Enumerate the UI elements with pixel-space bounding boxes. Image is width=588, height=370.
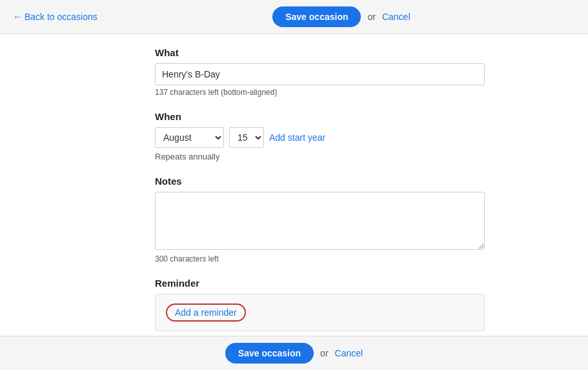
when-row: JanuaryFebruaryMarchAprilMayJuneJulyAugu… xyxy=(155,127,485,148)
add-start-year-link[interactable]: Add start year xyxy=(269,132,325,143)
when-section: When JanuaryFebruaryMarchAprilMayJuneJul… xyxy=(155,111,485,161)
repeats-text: Repeats annually xyxy=(155,152,485,161)
reminder-label: Reminder xyxy=(155,278,485,289)
notes-textarea[interactable] xyxy=(155,192,485,250)
notes-char-count: 300 characters left xyxy=(155,254,485,263)
add-reminder-link[interactable]: Add a reminder xyxy=(166,303,246,322)
what-input[interactable] xyxy=(155,63,485,85)
main-content: What 137 characters left (bottom-aligned… xyxy=(0,34,588,370)
or-text-top: or xyxy=(367,12,375,22)
cancel-link-top[interactable]: Cancel xyxy=(382,12,411,22)
reminder-section: Reminder Add a reminder xyxy=(155,278,485,331)
reminder-box: Add a reminder xyxy=(155,294,485,331)
bottom-bar: Save occasion or Cancel xyxy=(0,336,588,370)
notes-section: Notes 300 characters left xyxy=(155,176,485,263)
day-select[interactable]: 1234567891011121314151617181920212223242… xyxy=(229,127,264,148)
what-section: What 137 characters left (bottom-aligned… xyxy=(155,47,485,97)
when-label: When xyxy=(155,111,485,122)
cancel-link-bottom[interactable]: Cancel xyxy=(335,348,363,358)
notes-label: Notes xyxy=(155,176,485,187)
back-link[interactable]: ← Back to occasions xyxy=(13,12,97,22)
or-text-bottom: or xyxy=(320,348,328,358)
month-select[interactable]: JanuaryFebruaryMarchAprilMayJuneJulyAugu… xyxy=(155,127,224,148)
what-char-count: 137 characters left (bottom-aligned) xyxy=(155,88,485,97)
save-occasion-button-top[interactable]: Save occasion xyxy=(272,6,361,27)
top-bar: ← Back to occasions Save occasion or Can… xyxy=(0,0,588,34)
what-label: What xyxy=(155,47,485,58)
save-occasion-button-bottom[interactable]: Save occasion xyxy=(225,343,314,364)
